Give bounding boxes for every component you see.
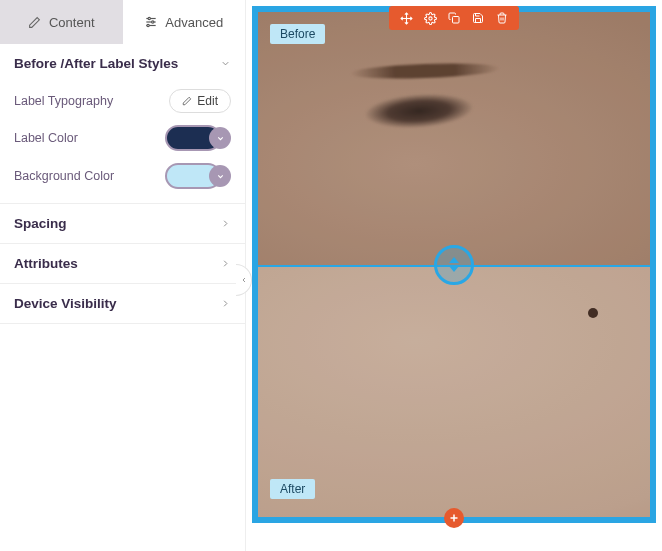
canvas-area: Before After xyxy=(246,0,662,551)
section-device-visibility-title: Device Visibility xyxy=(14,296,117,311)
pencil-icon xyxy=(182,96,192,106)
section-spacing: Spacing xyxy=(0,204,245,244)
move-icon[interactable] xyxy=(399,11,413,25)
svg-point-5 xyxy=(147,24,149,26)
edit-typography-button[interactable]: Edit xyxy=(169,89,231,113)
background-color-control[interactable] xyxy=(165,163,231,189)
after-label: After xyxy=(270,479,315,499)
section-device-visibility-header[interactable]: Device Visibility xyxy=(0,284,245,323)
section-device-visibility: Device Visibility xyxy=(0,284,245,324)
add-widget-button[interactable] xyxy=(444,508,464,528)
row-background-color: Background Color xyxy=(0,157,245,203)
tabs: Content Advanced xyxy=(0,0,245,44)
section-spacing-title: Spacing xyxy=(14,216,67,231)
collapse-sidebar-handle[interactable] xyxy=(236,264,252,296)
widget-frame[interactable]: Before After xyxy=(252,6,656,523)
section-attributes: Attributes xyxy=(0,244,245,284)
chevron-right-icon xyxy=(219,218,231,230)
chevron-right-icon xyxy=(219,298,231,310)
section-spacing-header[interactable]: Spacing xyxy=(0,204,245,243)
tab-content[interactable]: Content xyxy=(0,0,123,44)
label-color-control[interactable] xyxy=(165,125,231,151)
label-color-label: Label Color xyxy=(14,131,78,145)
label-typography-label: Label Typography xyxy=(14,94,113,108)
row-label-color: Label Color xyxy=(0,119,245,157)
section-label-styles-header[interactable]: Before /After Label Styles xyxy=(0,44,245,83)
widget-toolbar xyxy=(389,6,519,30)
sliders-icon xyxy=(144,15,158,29)
tab-content-label: Content xyxy=(49,15,95,30)
chevron-down-icon xyxy=(219,58,231,70)
background-color-label: Background Color xyxy=(14,169,114,183)
trash-icon[interactable] xyxy=(495,11,509,25)
edit-button-label: Edit xyxy=(197,94,218,108)
settings-sidebar: Content Advanced Before /After Label Sty… xyxy=(0,0,246,551)
section-label-styles-title: Before /After Label Styles xyxy=(14,56,178,71)
chevron-down-icon[interactable] xyxy=(209,165,231,187)
before-after-preview: Before After xyxy=(258,12,650,517)
row-label-typography: Label Typography Edit xyxy=(0,83,245,119)
svg-point-4 xyxy=(152,21,154,23)
section-attributes-header[interactable]: Attributes xyxy=(0,244,245,283)
section-attributes-title: Attributes xyxy=(14,256,78,271)
svg-point-3 xyxy=(148,17,150,19)
tab-advanced[interactable]: Advanced xyxy=(123,0,246,44)
chevron-down-icon[interactable] xyxy=(209,127,231,149)
gear-icon[interactable] xyxy=(423,11,437,25)
pencil-icon xyxy=(28,15,42,29)
comparison-divider-handle[interactable] xyxy=(434,245,474,285)
triangle-up-icon xyxy=(449,257,459,263)
save-icon[interactable] xyxy=(471,11,485,25)
duplicate-icon[interactable] xyxy=(447,11,461,25)
svg-point-8 xyxy=(428,16,431,19)
before-label: Before xyxy=(270,24,325,44)
svg-rect-9 xyxy=(453,17,460,24)
triangle-down-icon xyxy=(449,266,459,272)
chevron-right-icon xyxy=(219,258,231,270)
section-label-styles: Before /After Label Styles Label Typogra… xyxy=(0,44,245,204)
tab-advanced-label: Advanced xyxy=(165,15,223,30)
